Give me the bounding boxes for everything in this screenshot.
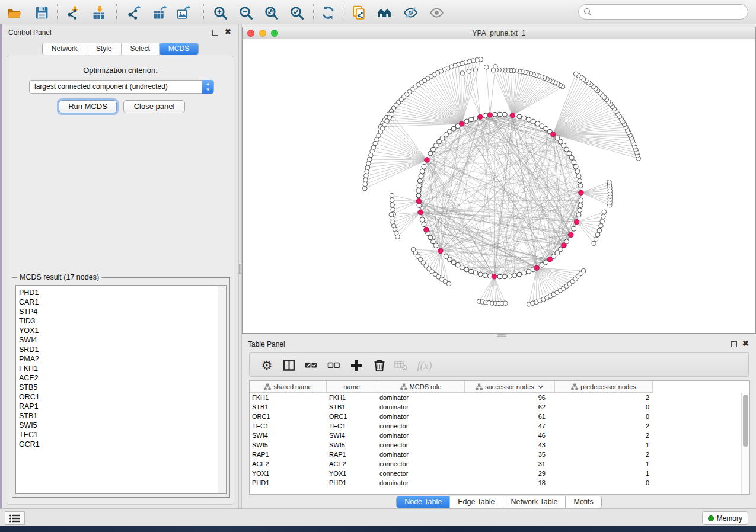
table-header-row: shared namenameMCDS rolesuccessor nodesp…: [250, 381, 653, 393]
tab-edge-table[interactable]: Edge Table: [450, 496, 503, 508]
float-panel-icon[interactable]: [212, 30, 218, 36]
table-row[interactable]: FKH1FKH1dominator962: [250, 393, 653, 402]
tab-style[interactable]: Style: [87, 43, 122, 55]
table-row[interactable]: PHD1PHD1dominator180: [250, 478, 653, 488]
import-table-button[interactable]: [90, 4, 108, 21]
search-input[interactable]: [592, 6, 748, 18]
zoom-in-button[interactable]: [211, 4, 229, 21]
show-columns-button[interactable]: [282, 358, 297, 373]
column-header-name[interactable]: name: [327, 381, 377, 393]
mcds-result-node[interactable]: CAR1: [16, 297, 226, 307]
node-table[interactable]: shared namenameMCDS rolesuccessor nodesp…: [249, 380, 750, 495]
mcds-result-node[interactable]: FKH1: [16, 364, 226, 373]
mcds-result-node[interactable]: STB1: [16, 411, 226, 421]
export-table-button[interactable]: [151, 4, 168, 21]
table-row[interactable]: ACE2ACE2connector311: [250, 459, 653, 469]
status-bar: Memory: [0, 508, 756, 526]
mcds-result-node[interactable]: YOX1: [16, 326, 226, 335]
task-history-button[interactable]: [5, 511, 25, 525]
network-graph-canvas[interactable]: [243, 39, 755, 335]
mcds-result-groupbox: MCDS result (17 nodes) PHD1CAR1STP4TID3Y…: [12, 277, 230, 498]
save-session-button[interactable]: [33, 4, 50, 21]
delete-column-button[interactable]: [372, 358, 387, 373]
mcds-result-list[interactable]: PHD1CAR1STP4TID3YOX1SWI4SRD1PMA2FKH1ACE2…: [15, 285, 227, 494]
close-panel-button[interactable]: Close panel: [123, 100, 185, 113]
hide-selected-button[interactable]: [401, 4, 419, 21]
export-network-button[interactable]: [125, 4, 142, 21]
column-header-predecessor-nodes[interactable]: predecessor nodes: [555, 381, 653, 393]
result-scrollbar-track[interactable]: [218, 286, 226, 493]
mcds-result-node[interactable]: PMA2: [16, 354, 226, 364]
table-row[interactable]: YOX1YOX1connector291: [250, 469, 653, 478]
mcds-result-node[interactable]: STB5: [16, 383, 226, 392]
function-builder-button: f(x): [417, 358, 432, 373]
table-row[interactable]: RAP1RAP1dominator352: [250, 450, 653, 459]
search-field[interactable]: [578, 4, 748, 20]
table-row[interactable]: STB1STB1dominator620: [250, 402, 653, 412]
mcds-result-node[interactable]: SRD1: [16, 345, 226, 354]
new-network-from-selection-button[interactable]: [350, 4, 368, 21]
horizontal-splitter[interactable]: [242, 334, 756, 338]
mcds-result-node[interactable]: PHD1: [16, 288, 226, 297]
mcds-result-node[interactable]: TID3: [16, 316, 226, 326]
memory-button[interactable]: Memory: [702, 511, 748, 525]
run-mcds-button[interactable]: Run MCDS: [59, 100, 117, 113]
tab-node-table[interactable]: Node Table: [397, 496, 450, 508]
mcds-result-node[interactable]: RAP1: [16, 402, 226, 411]
export-table-icon: [152, 5, 167, 20]
table-settings-button[interactable]: ⚙: [259, 358, 275, 373]
table-scrollbar-thumb[interactable]: [743, 395, 748, 447]
desktop-wallpaper-bottom: [0, 526, 756, 532]
zoom-fit-button[interactable]: [262, 4, 280, 21]
open-file-button[interactable]: [5, 4, 23, 21]
add-column-button[interactable]: [349, 358, 364, 373]
column-header-shared-name[interactable]: shared name: [250, 381, 327, 393]
close-table-panel-icon[interactable]: ✖: [742, 339, 749, 348]
mcds-result-node[interactable]: GCR1: [16, 440, 226, 449]
tab-motifs[interactable]: Motifs: [566, 496, 601, 508]
vertical-splitter-handle[interactable]: [239, 264, 241, 274]
float-table-panel-icon[interactable]: [731, 341, 737, 347]
mcds-result-node[interactable]: SWI5: [16, 421, 226, 430]
tab-mcds[interactable]: MCDS: [160, 43, 198, 55]
zoom-out-button[interactable]: [237, 4, 254, 21]
close-panel-icon[interactable]: ✖: [225, 27, 231, 37]
mcds-result-node[interactable]: TEC1: [16, 430, 226, 440]
zoom-fit-icon: [264, 5, 279, 20]
import-network-button[interactable]: [64, 4, 82, 21]
zoom-selected-button[interactable]: [288, 4, 305, 21]
cell-name: RAP1: [327, 450, 377, 459]
cell-MCDS-role: dominator: [377, 478, 465, 488]
table-row[interactable]: TEC1TEC1connector472: [250, 421, 653, 431]
tab-select[interactable]: Select: [122, 43, 160, 55]
horizontal-splitter-handle[interactable]: [497, 334, 506, 337]
toolbar-separator: [313, 4, 314, 20]
column-header-successor-nodes[interactable]: successor nodes: [465, 381, 555, 393]
refresh-layout-button[interactable]: [319, 4, 337, 21]
cell-successor-nodes: 47: [465, 421, 555, 431]
export-image-button[interactable]: [174, 4, 192, 21]
table-row[interactable]: ORC1ORC1dominator610: [250, 412, 653, 421]
mcds-result-node[interactable]: ACE2: [16, 373, 226, 383]
network-window-titlebar[interactable]: YPA_prune.txt_1: [243, 27, 755, 39]
table-row[interactable]: SWI4SWI4dominator462: [250, 431, 653, 440]
mcds-result-node[interactable]: SWI4: [16, 335, 226, 345]
deselect-all-button[interactable]: [326, 358, 342, 373]
criterion-dropdown[interactable]: largest connected component (undirected)…: [29, 80, 214, 94]
column-header-MCDS-role[interactable]: MCDS role: [377, 381, 465, 393]
cell-predecessor-nodes: 2: [555, 421, 653, 431]
mcds-result-node[interactable]: STP4: [16, 307, 226, 316]
select-all-button[interactable]: [304, 358, 319, 373]
cell-shared-name: TEC1: [250, 421, 327, 431]
cell-name: SWI4: [327, 431, 377, 440]
table-scrollbar-track[interactable]: [741, 393, 749, 494]
table-row[interactable]: SWI5SWI5connector431: [250, 440, 653, 450]
show-all-button[interactable]: [428, 4, 445, 21]
tab-network[interactable]: Network: [43, 43, 87, 55]
network-window-title: YPA_prune.txt_1: [243, 29, 755, 37]
mcds-result-node[interactable]: ORC1: [16, 392, 226, 402]
tab-network-table[interactable]: Network Table: [503, 496, 566, 508]
cell-shared-name: FKH1: [250, 393, 327, 402]
first-neighbors-button[interactable]: [375, 4, 393, 21]
cell-shared-name: SWI5: [250, 440, 327, 450]
